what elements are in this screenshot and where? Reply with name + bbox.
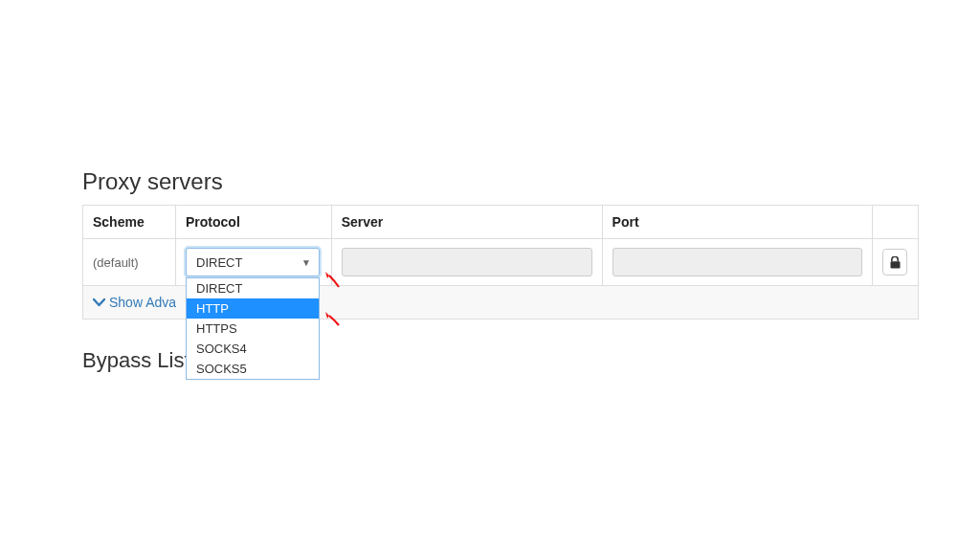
show-advanced-label: Show Adva [109,295,176,310]
caret-down-icon: ▼ [301,257,311,268]
lock-button[interactable] [882,249,907,276]
table-row: (default) DIRECT ▼ DIRECT HTTP HTTPS SOC… [83,239,919,286]
chevron-down-icon [93,298,105,307]
proxy-servers-heading: Proxy servers [82,168,919,195]
protocol-option-https[interactable]: HTTPS [187,319,319,339]
header-protocol: Protocol [176,206,332,239]
protocol-option-http[interactable]: HTTP [187,298,319,319]
header-scheme: Scheme [83,206,176,239]
scheme-value: (default) [93,255,139,270]
port-input[interactable] [612,248,863,276]
protocol-dropdown: DIRECT HTTP HTTPS SOCKS4 SOCKS5 [186,277,320,380]
proxy-servers-table: Scheme Protocol Server Port (default) DI… [82,205,919,320]
server-input[interactable] [342,248,592,276]
header-lock [873,206,919,239]
svg-rect-0 [890,261,900,268]
header-server: Server [331,206,602,239]
show-advanced-link[interactable]: Show Adva [93,295,176,310]
protocol-option-direct[interactable]: DIRECT [187,278,319,298]
protocol-option-socks4[interactable]: SOCKS4 [187,339,319,359]
protocol-selected-label: DIRECT [196,255,242,270]
lock-icon [890,256,901,269]
header-port: Port [602,206,873,239]
protocol-option-socks5[interactable]: SOCKS5 [187,359,319,379]
protocol-select[interactable]: DIRECT ▼ DIRECT HTTP HTTPS SOCKS4 SOCKS5 [186,248,320,276]
